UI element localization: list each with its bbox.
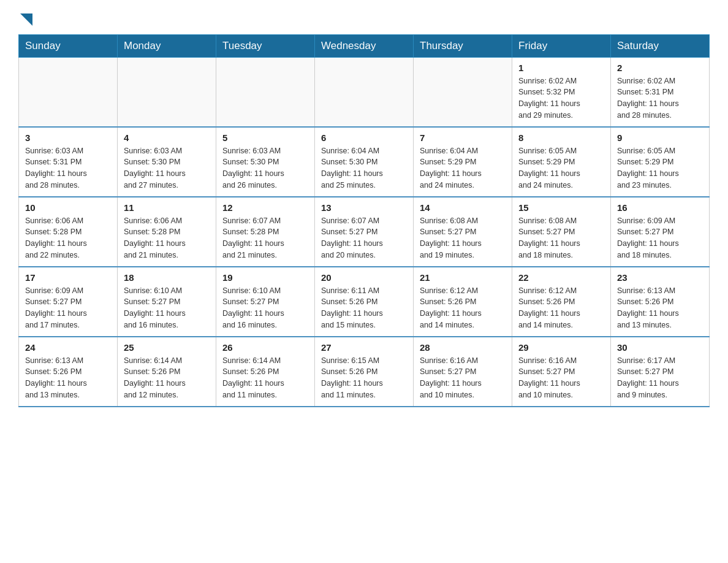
calendar-cell: 29Sunrise: 6:16 AM Sunset: 5:27 PM Dayli… (512, 337, 611, 407)
calendar-cell: 16Sunrise: 6:09 AM Sunset: 5:27 PM Dayli… (611, 197, 710, 267)
calendar-week-3: 17Sunrise: 6:09 AM Sunset: 5:27 PM Dayli… (19, 267, 710, 337)
day-info: Sunrise: 6:04 AM Sunset: 5:29 PM Dayligh… (420, 145, 506, 191)
calendar-cell: 14Sunrise: 6:08 AM Sunset: 5:27 PM Dayli… (414, 197, 512, 267)
day-header-tuesday: Tuesday (216, 34, 315, 57)
day-number: 5 (222, 132, 308, 143)
calendar-cell: 23Sunrise: 6:13 AM Sunset: 5:26 PM Dayli… (611, 267, 710, 337)
day-info: Sunrise: 6:07 AM Sunset: 5:27 PM Dayligh… (321, 215, 407, 261)
day-info: Sunrise: 6:09 AM Sunset: 5:27 PM Dayligh… (25, 285, 111, 331)
calendar-cell: 7Sunrise: 6:04 AM Sunset: 5:29 PM Daylig… (414, 127, 512, 197)
day-header-sunday: Sunday (19, 34, 118, 57)
day-info: Sunrise: 6:03 AM Sunset: 5:30 PM Dayligh… (124, 145, 210, 191)
day-info: Sunrise: 6:05 AM Sunset: 5:29 PM Dayligh… (518, 145, 604, 191)
day-info: Sunrise: 6:14 AM Sunset: 5:26 PM Dayligh… (124, 355, 210, 401)
calendar-week-0: 1Sunrise: 6:02 AM Sunset: 5:32 PM Daylig… (19, 57, 710, 127)
calendar-cell: 1Sunrise: 6:02 AM Sunset: 5:32 PM Daylig… (512, 57, 611, 127)
calendar-cell (118, 57, 216, 127)
day-info: Sunrise: 6:15 AM Sunset: 5:26 PM Dayligh… (321, 355, 407, 401)
day-number: 6 (321, 132, 407, 143)
day-info: Sunrise: 6:10 AM Sunset: 5:27 PM Dayligh… (222, 285, 308, 331)
calendar-cell: 24Sunrise: 6:13 AM Sunset: 5:26 PM Dayli… (19, 337, 118, 407)
calendar-cell (19, 57, 118, 127)
day-header-thursday: Thursday (414, 34, 512, 57)
day-info: Sunrise: 6:08 AM Sunset: 5:27 PM Dayligh… (518, 215, 604, 261)
calendar-cell: 28Sunrise: 6:16 AM Sunset: 5:27 PM Dayli… (414, 337, 512, 407)
day-number: 29 (518, 342, 604, 353)
day-number: 21 (420, 272, 506, 283)
day-number: 1 (518, 63, 604, 73)
calendar-cell (315, 57, 414, 127)
day-number: 15 (518, 202, 604, 213)
day-number: 14 (420, 202, 506, 213)
day-info: Sunrise: 6:03 AM Sunset: 5:31 PM Dayligh… (25, 145, 111, 191)
day-info: Sunrise: 6:14 AM Sunset: 5:26 PM Dayligh… (222, 355, 308, 401)
calendar-table: SundayMondayTuesdayWednesdayThursdayFrid… (18, 34, 710, 407)
calendar-cell (216, 57, 315, 127)
day-header-friday: Friday (512, 34, 611, 57)
calendar-cell: 26Sunrise: 6:14 AM Sunset: 5:26 PM Dayli… (216, 337, 315, 407)
calendar-cell: 19Sunrise: 6:10 AM Sunset: 5:27 PM Dayli… (216, 267, 315, 337)
calendar-cell: 4Sunrise: 6:03 AM Sunset: 5:30 PM Daylig… (118, 127, 216, 197)
day-number: 17 (25, 272, 111, 283)
page-header (18, 12, 710, 28)
calendar-cell: 27Sunrise: 6:15 AM Sunset: 5:26 PM Dayli… (315, 337, 414, 407)
day-info: Sunrise: 6:10 AM Sunset: 5:27 PM Dayligh… (124, 285, 210, 331)
calendar-header: SundayMondayTuesdayWednesdayThursdayFrid… (19, 34, 710, 57)
calendar-cell: 25Sunrise: 6:14 AM Sunset: 5:26 PM Dayli… (118, 337, 216, 407)
logo-arrow-icon (20, 13, 32, 26)
day-number: 2 (617, 63, 703, 73)
calendar-cell: 13Sunrise: 6:07 AM Sunset: 5:27 PM Dayli… (315, 197, 414, 267)
calendar-cell: 10Sunrise: 6:06 AM Sunset: 5:28 PM Dayli… (19, 197, 118, 267)
day-number: 18 (124, 272, 210, 283)
day-number: 12 (222, 202, 308, 213)
calendar-cell: 30Sunrise: 6:17 AM Sunset: 5:27 PM Dayli… (611, 337, 710, 407)
day-number: 16 (617, 202, 703, 213)
day-info: Sunrise: 6:17 AM Sunset: 5:27 PM Dayligh… (617, 355, 703, 401)
day-number: 22 (518, 272, 604, 283)
day-number: 11 (124, 202, 210, 213)
calendar-cell: 17Sunrise: 6:09 AM Sunset: 5:27 PM Dayli… (19, 267, 118, 337)
day-number: 8 (518, 132, 604, 143)
calendar-week-4: 24Sunrise: 6:13 AM Sunset: 5:26 PM Dayli… (19, 337, 710, 407)
day-info: Sunrise: 6:07 AM Sunset: 5:28 PM Dayligh… (222, 215, 308, 261)
day-info: Sunrise: 6:13 AM Sunset: 5:26 PM Dayligh… (617, 285, 703, 331)
day-number: 23 (617, 272, 703, 283)
day-number: 3 (25, 132, 111, 143)
day-number: 26 (222, 342, 308, 353)
calendar-week-2: 10Sunrise: 6:06 AM Sunset: 5:28 PM Dayli… (19, 197, 710, 267)
calendar-cell: 2Sunrise: 6:02 AM Sunset: 5:31 PM Daylig… (611, 57, 710, 127)
calendar-cell: 12Sunrise: 6:07 AM Sunset: 5:28 PM Dayli… (216, 197, 315, 267)
day-info: Sunrise: 6:09 AM Sunset: 5:27 PM Dayligh… (617, 215, 703, 261)
day-info: Sunrise: 6:16 AM Sunset: 5:27 PM Dayligh… (420, 355, 506, 401)
day-info: Sunrise: 6:16 AM Sunset: 5:27 PM Dayligh… (518, 355, 604, 401)
day-number: 20 (321, 272, 407, 283)
calendar-cell: 5Sunrise: 6:03 AM Sunset: 5:30 PM Daylig… (216, 127, 315, 197)
day-info: Sunrise: 6:12 AM Sunset: 5:26 PM Dayligh… (518, 285, 604, 331)
day-info: Sunrise: 6:13 AM Sunset: 5:26 PM Dayligh… (25, 355, 111, 401)
day-info: Sunrise: 6:11 AM Sunset: 5:26 PM Dayligh… (321, 285, 407, 331)
day-info: Sunrise: 6:08 AM Sunset: 5:27 PM Dayligh… (420, 215, 506, 261)
day-headers-row: SundayMondayTuesdayWednesdayThursdayFrid… (19, 34, 710, 57)
day-header-saturday: Saturday (611, 34, 710, 57)
day-number: 25 (124, 342, 210, 353)
day-number: 27 (321, 342, 407, 353)
logo (18, 12, 32, 28)
day-info: Sunrise: 6:05 AM Sunset: 5:29 PM Dayligh… (617, 145, 703, 191)
day-number: 13 (321, 202, 407, 213)
day-info: Sunrise: 6:02 AM Sunset: 5:31 PM Dayligh… (617, 75, 703, 121)
svg-marker-0 (20, 13, 32, 26)
day-info: Sunrise: 6:06 AM Sunset: 5:28 PM Dayligh… (25, 215, 111, 261)
calendar-cell: 18Sunrise: 6:10 AM Sunset: 5:27 PM Dayli… (118, 267, 216, 337)
day-info: Sunrise: 6:12 AM Sunset: 5:26 PM Dayligh… (420, 285, 506, 331)
calendar-week-1: 3Sunrise: 6:03 AM Sunset: 5:31 PM Daylig… (19, 127, 710, 197)
calendar-cell: 22Sunrise: 6:12 AM Sunset: 5:26 PM Dayli… (512, 267, 611, 337)
day-number: 4 (124, 132, 210, 143)
day-number: 24 (25, 342, 111, 353)
calendar-cell: 15Sunrise: 6:08 AM Sunset: 5:27 PM Dayli… (512, 197, 611, 267)
calendar-cell: 9Sunrise: 6:05 AM Sunset: 5:29 PM Daylig… (611, 127, 710, 197)
day-number: 9 (617, 132, 703, 143)
day-number: 30 (617, 342, 703, 353)
day-info: Sunrise: 6:06 AM Sunset: 5:28 PM Dayligh… (124, 215, 210, 261)
day-info: Sunrise: 6:04 AM Sunset: 5:30 PM Dayligh… (321, 145, 407, 191)
calendar-cell: 3Sunrise: 6:03 AM Sunset: 5:31 PM Daylig… (19, 127, 118, 197)
